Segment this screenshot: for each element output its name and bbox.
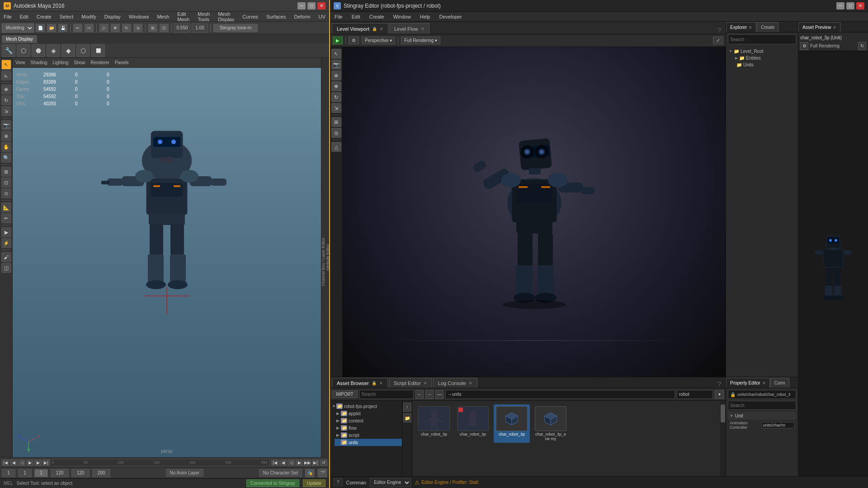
viewport-menu-shading[interactable]: Shading bbox=[31, 60, 47, 65]
tab-conn[interactable]: Conn bbox=[770, 378, 789, 388]
sr-menu-edit[interactable]: Edit bbox=[350, 13, 362, 20]
exp-level-root[interactable]: ▼ 📁 Level_Root bbox=[726, 48, 798, 55]
move-tool[interactable]: ✥ bbox=[1, 84, 11, 94]
sr-play-button[interactable]: ▶ bbox=[333, 37, 343, 44]
asset-char-robot-unit2[interactable]: char_robot_3p_ene my bbox=[533, 404, 569, 443]
asset-char-robot-unit1[interactable]: char_robot_3p bbox=[494, 404, 530, 443]
ab-upload-button[interactable]: ↑ bbox=[403, 403, 411, 412]
orbit-tool[interactable]: ⊕ bbox=[1, 131, 11, 141]
toolbar-transform-icon[interactable]: ✥ bbox=[110, 23, 120, 33]
flow-close-icon[interactable]: ✕ bbox=[421, 27, 425, 31]
shelf-icon-2[interactable]: ⬡ bbox=[17, 44, 30, 57]
ab-search-input[interactable] bbox=[359, 390, 414, 399]
pe-search-input[interactable] bbox=[728, 401, 796, 410]
se-close-icon[interactable]: ✕ bbox=[424, 381, 427, 385]
ab-back-button[interactable]: ← bbox=[415, 390, 424, 399]
tree-root[interactable]: ▼ 📁 robot-fps-project bbox=[330, 403, 402, 410]
ipr-tool[interactable]: ⚡ bbox=[1, 238, 11, 248]
viewport-help-icon[interactable]: ? bbox=[715, 27, 724, 34]
update-button[interactable]: Update bbox=[303, 479, 326, 487]
sr-move-tool[interactable]: ✥ bbox=[331, 81, 341, 91]
annotate-tool[interactable]: ✏ bbox=[1, 213, 11, 223]
prev-frame-button[interactable]: ◀ bbox=[10, 460, 17, 466]
maya-menu-uv[interactable]: UV bbox=[317, 13, 327, 20]
viewport-menu-view[interactable]: View bbox=[15, 60, 25, 65]
ab-scrollbar[interactable] bbox=[720, 401, 726, 476]
timeline-current2-input[interactable] bbox=[34, 469, 48, 477]
paint-tool[interactable]: 🖌 bbox=[1, 252, 11, 262]
tab-script-editor[interactable]: Script Editor ✕ bbox=[389, 378, 432, 388]
viewport-menu-panels[interactable]: Panels bbox=[115, 60, 129, 65]
maya-menu-mesh-display[interactable]: Mesh Display bbox=[216, 10, 236, 23]
maya-menu-edit-mesh[interactable]: Edit Mesh bbox=[175, 10, 191, 23]
sr-engine-select[interactable]: Editor Engine bbox=[370, 478, 411, 487]
viewport-close-icon[interactable]: ✕ bbox=[380, 27, 383, 31]
loop-button[interactable]: ↺ bbox=[320, 460, 327, 466]
tab-level-flow[interactable]: Level Flow ✕ bbox=[389, 23, 429, 34]
expand-button[interactable]: ⤢ bbox=[713, 37, 723, 44]
toolbar-stingray-icon[interactable]: Stingray tone-m bbox=[213, 23, 258, 33]
camera-tool[interactable]: 📷 bbox=[1, 120, 11, 130]
sr-orbit-tool[interactable]: ⊕ bbox=[331, 70, 341, 80]
ab-help-icon[interactable]: ? bbox=[715, 380, 724, 388]
tab-level-viewport[interactable]: Level Viewport 🔒 ✕ bbox=[332, 23, 388, 34]
tab-asset-preview[interactable]: Asset Preview ✕ bbox=[798, 22, 840, 32]
maya-menu-deform[interactable]: Deform bbox=[292, 13, 312, 20]
toolbar-save-icon[interactable]: 💾 bbox=[58, 23, 68, 33]
sr-menu-developer[interactable]: Developer bbox=[437, 13, 463, 20]
tree-script[interactable]: ▶ 📁 script bbox=[335, 432, 402, 439]
zoom-tool[interactable]: 🔍 bbox=[1, 153, 11, 163]
maya-menu-select[interactable]: Select bbox=[58, 13, 75, 20]
skip-forward2-button[interactable]: ▶| bbox=[312, 460, 319, 466]
snap-grid-tool[interactable]: ⊞ bbox=[1, 167, 11, 177]
maya-menu-mesh[interactable]: Mesh bbox=[155, 13, 171, 20]
anim-icon[interactable]: 🎬 bbox=[317, 469, 327, 478]
shelf-icon-6[interactable]: ⬡ bbox=[76, 44, 90, 57]
tree-flow[interactable]: ▶ 📁 flow bbox=[335, 424, 402, 432]
sr-scale-tool[interactable]: ⇲ bbox=[331, 103, 341, 113]
lc-close-icon[interactable]: ✕ bbox=[469, 381, 472, 385]
play2-button[interactable]: ▶ bbox=[296, 460, 303, 466]
char-icon[interactable]: 🎭 bbox=[305, 469, 315, 478]
sr-select-tool[interactable]: ↖ bbox=[331, 49, 341, 59]
ab-up-button[interactable]: — bbox=[435, 390, 443, 399]
maya-menu-mesh-tools[interactable]: Mesh Tools bbox=[196, 10, 212, 23]
maya-menu-modify[interactable]: Modify bbox=[80, 13, 98, 20]
render-tool[interactable]: ▶ bbox=[1, 227, 11, 237]
sr-menu-file[interactable]: File bbox=[333, 13, 344, 20]
tab-explorer[interactable]: Explorer ✕ bbox=[726, 22, 756, 32]
sr-maximize-button[interactable]: □ bbox=[846, 2, 854, 9]
ab-filter-input[interactable] bbox=[677, 390, 713, 399]
asset-char-robot-anim2[interactable]: char_robot_3p bbox=[455, 404, 491, 443]
maya-menu-edit[interactable]: Edit bbox=[18, 13, 30, 20]
timeline-start-input[interactable] bbox=[2, 469, 15, 477]
maya-close-button[interactable]: ✕ bbox=[317, 2, 326, 9]
tab-log-console[interactable]: Log Console ✕ bbox=[433, 378, 477, 388]
play-back-button[interactable]: ◁ bbox=[18, 460, 25, 466]
maya-menu-create[interactable]: Create bbox=[35, 13, 53, 20]
shelf-icon-3[interactable]: ⬣ bbox=[32, 44, 45, 57]
next2-button[interactable]: ▶▶ bbox=[304, 460, 311, 466]
toolbar-scale-icon[interactable]: ⇲ bbox=[133, 23, 143, 33]
ab-close-icon[interactable]: ✕ bbox=[379, 381, 383, 385]
shelf-icon-4[interactable]: ◈ bbox=[47, 44, 60, 57]
pe-anim-controller-value[interactable]: units/char/ro bbox=[761, 422, 795, 428]
skip-forward-button[interactable]: ▶| bbox=[42, 460, 50, 466]
toolbar-undo-icon[interactable]: ↩ bbox=[73, 23, 83, 33]
perspective-button[interactable]: Perspective ▾ bbox=[362, 37, 395, 44]
maya-maximize-button[interactable]: □ bbox=[307, 2, 316, 9]
maya-minimize-button[interactable]: ─ bbox=[297, 2, 306, 9]
sr-camera-tool[interactable]: 📷 bbox=[331, 60, 341, 70]
viewport-menu-renderer[interactable]: Renderer bbox=[90, 60, 109, 65]
sr-settings-button[interactable]: ⚙ bbox=[349, 37, 359, 44]
toolbar-select-icon[interactable]: ▷ bbox=[99, 23, 109, 33]
tree-appkit[interactable]: ▶ 📁 appkit bbox=[335, 410, 402, 417]
snap-curve-tool[interactable]: ⊡ bbox=[1, 178, 11, 188]
toolbar-open-icon[interactable]: 📂 bbox=[47, 23, 57, 33]
sr-pivot-tool[interactable]: ◎ bbox=[331, 128, 341, 138]
timeline-ruler[interactable]: 0 50 100 150 200 250 500 bbox=[50, 459, 269, 466]
viewport-menu-show[interactable]: Show bbox=[74, 60, 85, 65]
play-back2-button[interactable]: ◁ bbox=[288, 460, 295, 466]
explorer-search-input[interactable] bbox=[728, 34, 796, 44]
ab-filter-button[interactable]: ▾ bbox=[715, 390, 724, 399]
